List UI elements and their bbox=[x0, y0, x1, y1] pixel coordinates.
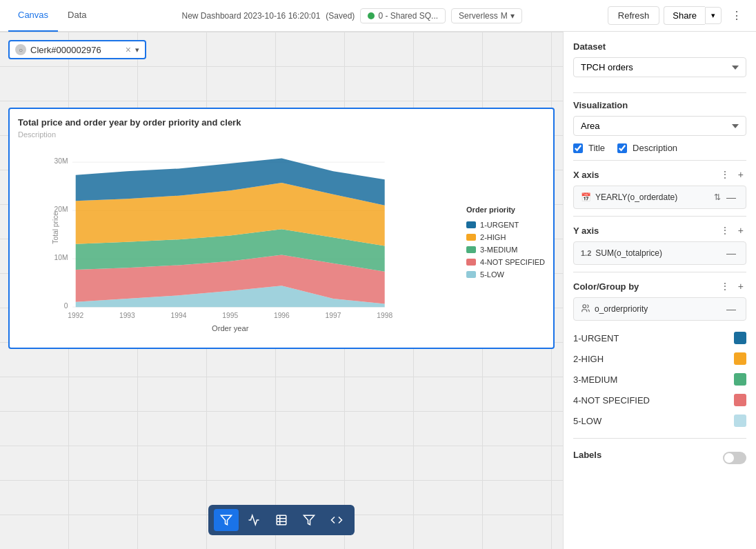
number-icon: 1.2 bbox=[581, 249, 591, 257]
y-axis-label: Y axis bbox=[573, 226, 599, 236]
divider-2 bbox=[573, 160, 746, 161]
color-group-add-button[interactable]: + bbox=[735, 279, 746, 293]
filter-chip[interactable]: ○ Clerk#000002976 × ▾ bbox=[8, 40, 146, 59]
x-axis-add-button[interactable]: + bbox=[735, 168, 746, 181]
serverless-chip[interactable]: Serverless M ▾ bbox=[451, 8, 522, 23]
color-item-urgent-label: 1-URGENT bbox=[573, 333, 619, 343]
canvas-area[interactable]: ○ Clerk#000002976 × ▾ Total price and or… bbox=[0, 32, 563, 549]
line-chart-button[interactable] bbox=[241, 509, 266, 531]
svg-text:10M: 10M bbox=[54, 254, 68, 261]
filter-dropdown-icon[interactable]: ▾ bbox=[135, 46, 139, 54]
filter-funnel-button[interactable] bbox=[297, 509, 321, 531]
svg-text:1995: 1995 bbox=[222, 312, 238, 319]
color-group-label: Color/Group by bbox=[573, 281, 639, 292]
filter-clear-icon[interactable]: × bbox=[126, 44, 131, 55]
color-dot-not-specified[interactable] bbox=[734, 394, 746, 406]
description-checkbox-label: Description bbox=[633, 143, 677, 153]
svg-text:Order year: Order year bbox=[212, 324, 249, 332]
color-group-more-button[interactable]: ⋮ bbox=[717, 279, 733, 293]
color-group-item-text: o_orderpriority bbox=[595, 304, 648, 314]
divider-4 bbox=[573, 272, 746, 272]
svg-point-23 bbox=[583, 304, 586, 308]
y-axis-add-button[interactable]: + bbox=[735, 223, 746, 237]
app-header: Canvas Data New Dashboard 2023-10-16 16:… bbox=[0, 0, 756, 32]
legend-label-not-specified: 4-NOT SPECIFIED bbox=[480, 258, 545, 266]
title-checkbox-label: Title bbox=[588, 143, 605, 153]
table-view-button[interactable] bbox=[269, 509, 294, 531]
dataset-label: Dataset bbox=[573, 41, 746, 52]
color-dot-low[interactable] bbox=[734, 415, 746, 427]
x-axis-label: X axis bbox=[573, 170, 599, 180]
x-axis-more-button[interactable]: ⋮ bbox=[717, 168, 733, 181]
x-axis-item-text: YEARLY(o_orderdate) bbox=[595, 192, 677, 202]
x-axis-item[interactable]: 📅 YEARLY(o_orderdate) ⇅ — bbox=[573, 186, 746, 209]
legend-label-medium: 3-MEDIUM bbox=[480, 246, 517, 254]
share-dropdown-button[interactable]: ▾ bbox=[705, 7, 722, 24]
labels-toggle[interactable] bbox=[723, 452, 746, 464]
visualization-select-row: Area bbox=[573, 116, 746, 136]
legend-color-urgent bbox=[466, 221, 476, 228]
svg-text:30M: 30M bbox=[54, 157, 68, 165]
color-dot-urgent[interactable] bbox=[734, 332, 746, 344]
y-axis-item-remove-button[interactable]: — bbox=[724, 246, 739, 260]
color-item-urgent[interactable]: 1-URGENT bbox=[573, 328, 746, 348]
svg-text:1992: 1992 bbox=[68, 312, 83, 319]
status-label: 0 - Shared SQ... bbox=[378, 11, 438, 21]
color-item-medium[interactable]: 3-MEDIUM bbox=[573, 369, 746, 390]
title-checkbox[interactable] bbox=[573, 143, 583, 153]
x-axis-item-label: 📅 YEARLY(o_orderdate) bbox=[581, 192, 677, 202]
x-axis-item-actions: ⇅ — bbox=[714, 190, 739, 204]
svg-text:1994: 1994 bbox=[171, 312, 187, 319]
color-item-not-specified[interactable]: 4-NOT SPECIFIED bbox=[573, 390, 746, 410]
filter-circle-icon: ○ bbox=[15, 44, 26, 55]
serverless-label: Serverless bbox=[459, 11, 498, 21]
legend-color-high bbox=[466, 234, 476, 241]
chart-widget: Total price and order year by order prio… bbox=[8, 108, 555, 349]
legend-label-low: 5-LOW bbox=[480, 270, 504, 279]
add-filter-button[interactable] bbox=[214, 509, 239, 531]
color-group-item-remove-button[interactable]: — bbox=[724, 302, 739, 316]
tab-canvas[interactable]: Canvas bbox=[8, 0, 58, 32]
share-button[interactable]: Share bbox=[664, 6, 705, 25]
svg-marker-22 bbox=[304, 515, 315, 525]
header-tabs: Canvas Data bbox=[8, 0, 97, 32]
size-label: M bbox=[501, 11, 508, 21]
right-panel: Dataset TPCH orders Visualization Area T… bbox=[563, 32, 756, 549]
tab-data[interactable]: Data bbox=[58, 0, 96, 32]
color-item-not-specified-label: 4-NOT SPECIFIED bbox=[573, 395, 650, 406]
legend-color-not-specified bbox=[466, 259, 476, 266]
dataset-select[interactable]: TPCH orders bbox=[573, 57, 746, 77]
more-options-button[interactable]: ⋮ bbox=[726, 6, 748, 26]
group-icon bbox=[581, 303, 590, 315]
sort-icon[interactable]: ⇅ bbox=[714, 192, 721, 202]
divider-1 bbox=[573, 92, 746, 93]
legend-item-not-specified: 4-NOT SPECIFIED bbox=[466, 258, 545, 266]
legend-color-medium bbox=[466, 246, 476, 253]
svg-text:1996: 1996 bbox=[274, 312, 290, 319]
y-axis-item[interactable]: 1.2 SUM(o_totalprice) — bbox=[573, 241, 746, 265]
svg-text:0: 0 bbox=[64, 302, 68, 310]
svg-text:Total price: Total price bbox=[52, 212, 59, 244]
legend-item-urgent: 1-URGENT bbox=[466, 221, 545, 229]
refresh-button[interactable]: Refresh bbox=[608, 6, 660, 25]
color-group-header: Color/Group by ⋮ + bbox=[573, 279, 746, 293]
color-dot-medium[interactable] bbox=[734, 373, 746, 386]
color-group-item-label: o_orderpriority bbox=[581, 303, 648, 315]
header-center: New Dashboard 2023-10-16 16:20:01 (Saved… bbox=[102, 8, 602, 23]
divider-5 bbox=[573, 438, 746, 439]
y-axis-more-button[interactable]: ⋮ bbox=[717, 223, 733, 237]
color-item-high[interactable]: 2-HIGH bbox=[573, 348, 746, 369]
status-chip[interactable]: 0 - Shared SQ... bbox=[360, 8, 446, 23]
x-axis-item-remove-button[interactable]: — bbox=[724, 190, 739, 204]
visualization-select[interactable]: Area bbox=[573, 116, 746, 136]
legend-item-low: 5-LOW bbox=[466, 270, 545, 279]
description-checkbox[interactable] bbox=[617, 143, 627, 153]
color-group-item[interactable]: o_orderpriority — bbox=[573, 297, 746, 321]
chart-legend: Order priority 1-URGENT 2-HIGH 3-MEDIUM bbox=[461, 144, 545, 339]
code-view-button[interactable] bbox=[324, 509, 349, 531]
legend-item-medium: 3-MEDIUM bbox=[466, 246, 545, 254]
color-dot-high[interactable] bbox=[734, 352, 746, 365]
color-item-low[interactable]: 5-LOW bbox=[573, 410, 746, 431]
x-axis-header: X axis ⋮ + bbox=[573, 168, 746, 181]
title-checkbox-row: Title Description bbox=[573, 143, 746, 153]
